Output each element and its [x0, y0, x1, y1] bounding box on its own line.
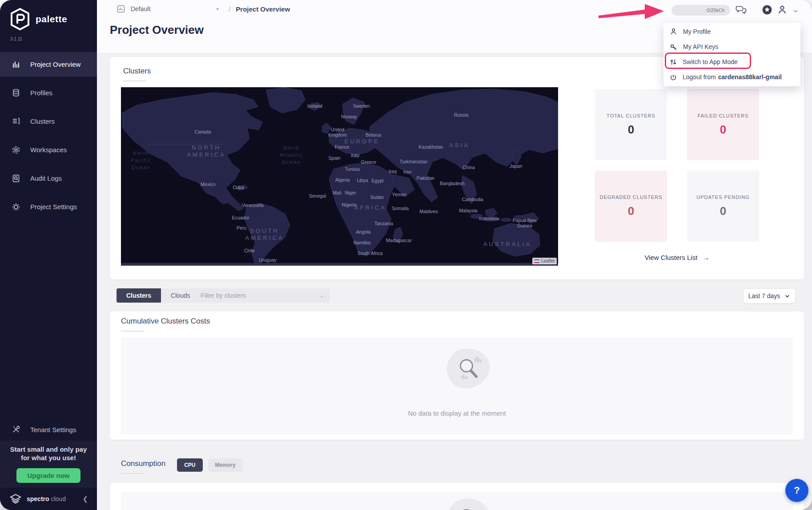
- magnifier-illustration-icon: [452, 354, 484, 385]
- map-label: AFRICA: [354, 204, 386, 211]
- map-label: Chile: [244, 248, 255, 253]
- map-label: Tunisia: [345, 166, 360, 172]
- sidebar-footer: spectro cloud ❮: [0, 487, 97, 510]
- spectro-cloud-wordmark: spectro cloud: [27, 495, 66, 502]
- sidebar-item-tenant-settings[interactable]: Tenant Settings: [0, 419, 97, 440]
- gear-icon: [12, 202, 20, 211]
- app-window: palette 3.1.11 Project Overview: [0, 0, 812, 510]
- stat-label: FAILED CLUSTERS: [698, 113, 749, 118]
- map-label: Iran: [403, 169, 411, 174]
- map-label: Cambodia: [462, 197, 483, 202]
- consumption-heading: Consumption: [121, 459, 165, 474]
- map-label: Venezuela: [241, 202, 263, 208]
- stat-label: UPDATES PENDING: [696, 194, 749, 200]
- date-range-select[interactable]: Last 7 days: [743, 288, 796, 304]
- map-label: Peru: [237, 225, 246, 231]
- switch-mode-icon: [670, 58, 677, 66]
- screenshot-stage: palette 3.1.11 Project Overview: [0, 0, 812, 510]
- star-badge-icon[interactable]: [761, 4, 773, 16]
- map-label: EUROPE: [345, 138, 380, 145]
- breadcrumb-current[interactable]: Project Overview: [236, 5, 290, 13]
- map-label: Algeria: [335, 177, 350, 182]
- user-icon: [670, 28, 677, 36]
- chevron-down-icon: [784, 293, 790, 299]
- sidebar: palette 3.1.11 Project Overview: [0, 0, 97, 510]
- map-label: AUSTRALIA: [483, 241, 531, 247]
- toggle-cpu[interactable]: CPU: [177, 458, 202, 472]
- map-label: Greece: [361, 159, 377, 165]
- stat-label: DEGRADED CLUSTERS: [599, 194, 662, 200]
- menu-item-my-api-keys[interactable]: My API Keys: [663, 39, 800, 54]
- sidebar-item-audit-logs[interactable]: Audit Logs: [0, 166, 97, 190]
- sidebar-item-clusters[interactable]: Clusters: [0, 109, 97, 134]
- toggle-memory[interactable]: Memory: [208, 458, 243, 472]
- map-label: Egypt: [372, 178, 384, 183]
- menu-item-switch-app-mode[interactable]: Switch to App Mode: [663, 54, 800, 69]
- map-label: Ocean: [132, 165, 150, 170]
- map-label: Italy: [351, 153, 360, 158]
- map-label: Papua New: [513, 218, 537, 223]
- sidebar-item-label: Project Overview: [30, 61, 80, 68]
- stat-label: TOTAL CLUSTERS: [607, 113, 655, 118]
- stat-degraded-clusters: DEGRADED CLUSTERS 0: [595, 170, 667, 242]
- map-label: United: [331, 127, 345, 132]
- user-menu-chevron-icon[interactable]: [790, 5, 801, 17]
- usage-badge[interactable]: 0/25kCh: [671, 5, 730, 16]
- project-selector-icon: [117, 4, 125, 13]
- sidebar-item-label: Workspaces: [30, 146, 67, 154]
- map-label: Madagascar: [386, 238, 412, 243]
- leaflet-attribution[interactable]: Leaflet: [532, 258, 557, 264]
- sidebar-item-label: Audit Logs: [30, 174, 62, 182]
- view-clusters-list-link[interactable]: View Clusters List →: [595, 254, 759, 261]
- sidebar-item-workspaces[interactable]: Workspaces: [0, 138, 97, 162]
- map-label: Maldives: [419, 209, 438, 214]
- stat-total-clusters: TOTAL CLUSTERS 0: [595, 89, 667, 160]
- map-label: Ocean: [282, 159, 301, 165]
- tab-clusters[interactable]: Clusters: [117, 288, 161, 303]
- cluster-stats-grid: TOTAL CLUSTERS 0 FAILED CLUSTERS 0 DEGRA…: [595, 89, 759, 242]
- map-label: Canada: [195, 129, 211, 134]
- map-label: NORTH: [192, 144, 221, 151]
- sidebar-item-profiles[interactable]: Profiles: [0, 81, 97, 105]
- filter-by-clusters-select[interactable]: Filter by clusters ⌄: [194, 288, 330, 303]
- user-dropdown-menu: My Profile My API Keys Switch to App Mod…: [663, 23, 800, 86]
- chat-bubbles-icon[interactable]: [736, 4, 747, 16]
- map-label: North: [133, 150, 149, 156]
- consumption-empty-zone: [121, 492, 793, 510]
- map-label: Turkmenistan: [399, 159, 427, 164]
- brand-name: palette: [36, 14, 67, 24]
- map-label: Kingdom: [328, 132, 347, 138]
- project-selector[interactable]: Default ▾: [117, 4, 219, 13]
- leaflet-flag-icon: [535, 259, 539, 263]
- map-label: Mexico: [201, 182, 215, 187]
- consumption-header: Consumption CPU Memory: [121, 459, 243, 474]
- stat-updates-pending: UPDATES PENDING 0: [687, 170, 759, 242]
- menu-item-logout[interactable]: Logout from cardenas88karl-gmail: [663, 69, 800, 85]
- map-label: Indonesia: [479, 216, 499, 221]
- clusters-card: Clusters: [110, 57, 804, 279]
- map-label: Atlantic: [279, 152, 303, 158]
- chevron-down-icon: ▾: [216, 6, 219, 12]
- document-search-icon: [12, 174, 20, 183]
- world-map[interactable]: IcelandSwedenNorwayRussiaCanadaUnitedKin…: [121, 87, 558, 266]
- menu-item-my-profile[interactable]: My Profile: [663, 24, 800, 39]
- sidebar-item-project-settings[interactable]: Project Settings: [0, 194, 97, 219]
- user-avatar-icon[interactable]: [776, 4, 788, 16]
- upgrade-now-button[interactable]: Upgrade now: [16, 468, 80, 483]
- map-label: Pacific: [131, 158, 151, 163]
- cumulative-costs-card: Cumulative Clusters Costs No data to dis…: [110, 312, 804, 440]
- stat-value: 0: [720, 123, 726, 137]
- tenant-settings-label: Tenant Settings: [30, 426, 76, 433]
- chevron-down-icon: ⌄: [320, 293, 324, 299]
- breadcrumb: / Project Overview: [229, 5, 290, 13]
- map-label: Libya: [357, 178, 368, 183]
- sidebar-nav: Project Overview Profiles: [0, 52, 97, 223]
- help-button[interactable]: ?: [785, 479, 808, 502]
- costs-heading: Cumulative Clusters Costs: [121, 317, 210, 332]
- map-label: Sudan: [370, 194, 384, 200]
- clusters-heading: Clusters: [123, 67, 151, 81]
- sidebar-item-project-overview[interactable]: Project Overview: [0, 52, 97, 77]
- sidebar-collapse-chevron-icon[interactable]: ❮: [82, 495, 88, 503]
- power-icon: [670, 73, 677, 81]
- clusters-clouds-tabs: Clusters Clouds: [117, 288, 200, 303]
